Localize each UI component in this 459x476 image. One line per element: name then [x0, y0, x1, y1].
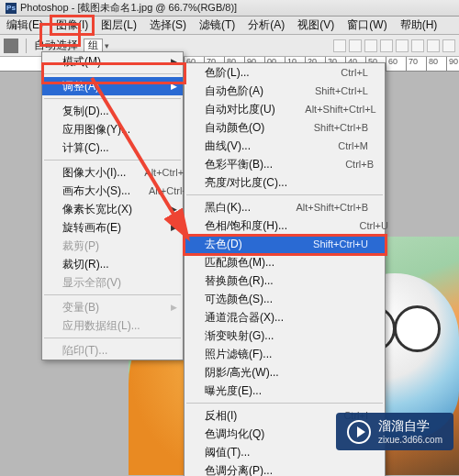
watermark-brand: 溜溜自学 [378, 418, 430, 433]
menu-item-shortcut: Alt+Shift+Ctrl+B [285, 202, 368, 213]
menu-l[interactable]: 图层(L) [95, 16, 143, 35]
menu-t[interactable]: 滤镜(T) [193, 16, 241, 35]
menu-item[interactable]: 自动色阶(A)Shift+Ctrl+L [185, 82, 385, 100]
menu-item[interactable]: 复制(D)... [42, 102, 183, 120]
menu-item-label: 自动色阶(A) [205, 83, 267, 99]
menu-item[interactable]: 图像大小(I)...Alt+Ctrl+I [42, 163, 183, 182]
menu-h[interactable]: 帮助(H) [394, 16, 444, 35]
align-tool-icon[interactable] [349, 39, 362, 52]
menu-item-label: 陷印(T)... [62, 343, 166, 359]
menu-item-label: 模式(M) [62, 54, 166, 70]
menu-item-shortcut: Shift+Ctrl+L [285, 85, 368, 96]
menu-a[interactable]: 分析(A) [241, 16, 291, 35]
menu-separator [44, 98, 181, 99]
menu-item[interactable]: 亮度/对比度(C)... [185, 173, 385, 192]
menu-i[interactable]: 图像(I) [50, 15, 95, 36]
menu-item-label: 亮度/对比度(C)... [205, 175, 368, 191]
menu-v[interactable]: 视图(V) [291, 16, 341, 35]
align-tool-icon[interactable] [333, 39, 346, 52]
watermark: 溜溜自学 zixue.3d66.com [336, 413, 453, 450]
menu-item-label: 曝光度(E)... [205, 383, 368, 399]
menu-item-label: 自动对比度(U) [205, 102, 275, 117]
menu-item-label: 显示全部(V) [62, 275, 166, 291]
align-tool-icon[interactable] [396, 39, 409, 52]
menu-item-shortcut: Ctrl+M [285, 140, 368, 151]
menubar: 编辑(E)图像(I)图层(L)选择(S)滤镜(T)分析(A)视图(V)窗口(W)… [0, 17, 459, 35]
menu-separator [44, 338, 181, 338]
menu-item[interactable]: 调整(A) [42, 77, 183, 95]
menu-separator [44, 160, 181, 161]
menu-item[interactable]: 去色(D)Shift+Ctrl+U [185, 235, 385, 253]
menu-item[interactable]: 画布大小(S)...Alt+Ctrl+C [42, 182, 183, 200]
menu-item-label: 复制(D)... [62, 104, 166, 119]
menu-item[interactable]: 自动颜色(O)Shift+Ctrl+B [185, 118, 385, 137]
menu-item-label: 替换颜色(R)... [205, 273, 368, 289]
menu-item-shortcut: Alt+Shift+Ctrl+L [294, 104, 376, 115]
menu-item-label: 像素长宽比(X) [62, 202, 166, 217]
menu-item-label: 应用图像(Y)... [62, 122, 166, 138]
menu-item-shortcut: Alt+Ctrl+I [144, 167, 186, 178]
menu-item[interactable]: 曝光度(E)... [185, 382, 385, 400]
app-icon: Ps [6, 3, 17, 14]
menu-item[interactable]: 自动对比度(U)Alt+Shift+Ctrl+L [185, 100, 385, 118]
menu-item: 变量(B) [42, 298, 183, 316]
menu-separator [44, 73, 181, 74]
menu-item[interactable]: 可选颜色(S)... [185, 290, 385, 308]
menu-item[interactable]: 照片滤镜(F)... [185, 345, 385, 363]
align-tool-icon[interactable] [411, 39, 424, 52]
menu-item-label: 裁剪(P) [62, 238, 166, 254]
menu-e[interactable]: 编辑(E) [0, 16, 50, 35]
menu-item-label: 黑白(K)... [205, 200, 267, 216]
menu-item-label: 色彩平衡(B)... [205, 157, 273, 172]
menu-item[interactable]: 色阶(L)...Ctrl+L [185, 63, 385, 82]
menu-item[interactable]: 阴影/高光(W)... [185, 363, 385, 382]
menu-item[interactable]: 匹配颜色(M)... [185, 253, 385, 271]
menu-item-label: 画布大小(S)... [62, 183, 130, 199]
menu-item-shortcut: Ctrl+B [291, 159, 374, 170]
menu-item-label: 渐变映射(G)... [205, 328, 368, 344]
menu-item-label: 色调分离(P)... [205, 463, 368, 477]
watermark-url: zixue.3d66.com [378, 435, 442, 445]
menu-item[interactable]: 通道混合器(X)... [185, 308, 385, 327]
menu-item-label: 裁切(R)... [62, 257, 166, 272]
app-name: Photoshop [20, 2, 69, 13]
align-tool-icon[interactable] [380, 39, 393, 52]
menu-item[interactable]: 色相/饱和度(H)...Ctrl+U [185, 216, 385, 235]
play-icon [347, 420, 371, 444]
move-tool-icon[interactable] [4, 39, 18, 53]
document-title: - [截图未命名1.jpg @ 66.7%(RGB/8)] [69, 2, 238, 13]
menu-item-shortcut: Shift+Ctrl+U [285, 238, 368, 249]
menu-item[interactable]: 计算(C)... [42, 138, 183, 157]
align-tool-icon[interactable] [442, 39, 455, 52]
menu-w[interactable]: 窗口(W) [341, 16, 393, 35]
separator [26, 39, 27, 53]
menu-item[interactable]: 渐变映射(G)... [185, 327, 385, 345]
menu-item[interactable]: 应用图像(Y)... [42, 120, 183, 138]
align-tool-icon[interactable] [364, 39, 377, 52]
menu-item[interactable]: 旋转画布(E) [42, 218, 183, 237]
menu-item-shortcut: Ctrl+L [285, 67, 368, 78]
menu-item-label: 自动颜色(O) [205, 120, 267, 136]
menu-item: 显示全部(V) [42, 273, 183, 292]
menu-item[interactable]: 像素长宽比(X) [42, 200, 183, 218]
align-tool-icon[interactable] [427, 39, 440, 52]
menu-item[interactable]: 裁切(R)... [42, 255, 183, 273]
menu-item-label: 照片滤镜(F)... [205, 347, 368, 362]
menu-item-label: 图像大小(I)... [62, 165, 126, 181]
menu-item-label: 旋转画布(E) [62, 220, 166, 236]
menu-item: 裁剪(P) [42, 237, 183, 255]
menu-item[interactable]: 色彩平衡(B)...Ctrl+B [185, 155, 385, 173]
menu-item: 应用数据组(L)... [42, 316, 183, 335]
menu-item-label: 通道混合器(X)... [205, 310, 368, 326]
menu-item-label: 色相/饱和度(H)... [205, 218, 287, 234]
menu-item[interactable]: 色调分离(P)... [185, 461, 385, 476]
menu-item-label: 调整(A) [62, 79, 166, 94]
menu-item[interactable]: 模式(M) [42, 52, 183, 71]
menu-item[interactable]: 替换颜色(R)... [185, 271, 385, 290]
menu-item[interactable]: 黑白(K)...Alt+Shift+Ctrl+B [185, 198, 385, 216]
menu-item[interactable]: 曲线(V)...Ctrl+M [185, 137, 385, 155]
menu-item-label: 匹配颜色(M)... [205, 255, 368, 271]
menu-item-label: 曲线(V)... [205, 138, 267, 154]
menu-item-shortcut: Shift+Ctrl+B [285, 122, 368, 133]
menu-s[interactable]: 选择(S) [143, 16, 193, 35]
